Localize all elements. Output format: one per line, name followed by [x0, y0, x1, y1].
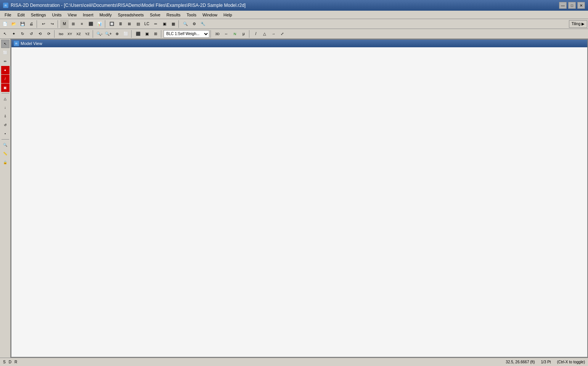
sep7: [131, 30, 133, 38]
menu-item-solve[interactable]: Solve: [147, 12, 164, 18]
node-tool[interactable]: ●: [1, 66, 10, 74]
copy-view-btn[interactable]: ⊞: [151, 30, 160, 38]
save-btn[interactable]: 💾: [18, 20, 27, 28]
tool9[interactable]: LC: [143, 20, 151, 28]
tool7[interactable]: ⊠: [125, 20, 133, 28]
model-btn[interactable]: M: [60, 20, 69, 28]
undo-btn[interactable]: ↩: [39, 20, 48, 28]
tool13[interactable]: 🔍: [181, 20, 190, 28]
pointer-tool[interactable]: ↖: [1, 40, 10, 48]
tiling-button[interactable]: Tiling ▶: [569, 20, 587, 28]
select-tool[interactable]: ⬜: [1, 48, 10, 57]
display-btn[interactable]: ▣: [143, 30, 151, 38]
maximize-button[interactable]: □: [568, 2, 576, 9]
zoom-tool[interactable]: 🔍: [1, 141, 10, 149]
annotate-tool[interactable]: 🔒: [1, 158, 10, 167]
zoom-box-btn[interactable]: ⬜: [122, 30, 130, 38]
app-icon: R: [3, 3, 8, 8]
tool2[interactable]: ≡: [78, 20, 86, 28]
status-s: S: [3, 360, 6, 364]
open-btn[interactable]: 📂: [10, 20, 18, 28]
sidebar-sep1: [2, 93, 9, 93]
dist-tool[interactable]: ⇩: [1, 112, 10, 120]
sep2: [58, 20, 59, 28]
menu-item-help[interactable]: Help: [220, 12, 235, 18]
status-d: D: [9, 360, 11, 364]
tool4[interactable]: 📊: [95, 20, 104, 28]
tool12[interactable]: ▦: [169, 20, 177, 28]
mu-btn[interactable]: μ: [239, 30, 248, 38]
member-tool[interactable]: /: [1, 75, 10, 83]
n-btn[interactable]: N: [231, 30, 239, 38]
draw-line-btn[interactable]: /: [252, 30, 260, 38]
sep8: [161, 30, 162, 38]
iso-btn[interactable]: Iso: [57, 30, 65, 38]
tool3[interactable]: ⬛: [87, 20, 95, 28]
window-controls: — □ ✕: [559, 2, 585, 9]
measure-tool[interactable]: 📏: [1, 149, 10, 158]
flip-btn[interactable]: ↔: [222, 30, 230, 38]
menu-item-file[interactable]: File: [2, 12, 14, 18]
menu-item-view[interactable]: View: [65, 12, 80, 18]
draw-poly-btn[interactable]: △: [260, 30, 269, 38]
fraction: 1/3 Pt: [541, 360, 551, 364]
menu-item-settings[interactable]: Settings: [28, 12, 49, 18]
sep1: [37, 20, 38, 28]
yz-btn[interactable]: YZ: [83, 30, 92, 38]
tool-d[interactable]: ⟲: [36, 30, 44, 38]
menu-item-results[interactable]: Results: [164, 12, 184, 18]
point-tool[interactable]: •: [1, 130, 10, 138]
select-btn[interactable]: ↖: [1, 30, 9, 38]
tool-b[interactable]: ↻: [18, 30, 27, 38]
tool1[interactable]: ⊞: [69, 20, 77, 28]
bc-tool[interactable]: △: [1, 95, 10, 103]
sep9: [210, 30, 212, 38]
tool6[interactable]: ≣: [116, 20, 125, 28]
menu-item-tools[interactable]: Tools: [183, 12, 199, 18]
sidebar-sep2: [2, 139, 9, 140]
xz-btn[interactable]: XZ: [74, 30, 83, 38]
render-btn[interactable]: ⬛: [134, 30, 142, 38]
tool-c[interactable]: ↺: [27, 30, 35, 38]
menu-item-edit[interactable]: Edit: [14, 12, 28, 18]
menu-item-spreadsheets[interactable]: Spreadsheets: [115, 12, 147, 18]
close-button[interactable]: ✕: [577, 2, 585, 9]
tool-e[interactable]: ⟳: [45, 30, 53, 38]
menu-item-modify[interactable]: Modify: [96, 12, 115, 18]
main-area: ↖ ⬜ ✏ ● / ▣ △ ↓ ⇩ ↺ • 🔍 📏 🔒 R Model View: [0, 39, 588, 358]
model-view-icon: R: [14, 41, 19, 46]
plate-tool[interactable]: ▣: [1, 83, 10, 92]
new-btn[interactable]: 📄: [1, 20, 9, 28]
menu-item-window[interactable]: Window: [199, 12, 220, 18]
move-btn[interactable]: ⤢: [278, 30, 286, 38]
minimize-button[interactable]: —: [559, 2, 567, 9]
draw-arrow-btn[interactable]: →: [269, 30, 278, 38]
sep6: [93, 30, 94, 38]
tool11[interactable]: ▣: [160, 20, 169, 28]
tool14[interactable]: ⚙: [190, 20, 198, 28]
load-case-dropdown[interactable]: BLC 1:Self Weigh...: [164, 30, 209, 38]
xy-btn[interactable]: XY: [66, 30, 74, 38]
titlebar: R RISA-2D Demonstration - [C:\Users\ceii…: [0, 0, 588, 11]
print-btn[interactable]: 🖨: [27, 20, 35, 28]
zoom-out-btn[interactable]: 🔍-: [95, 30, 104, 38]
3d-btn[interactable]: 3D: [213, 30, 222, 38]
zoom-in-btn[interactable]: 🔍+: [104, 30, 112, 38]
tool-a[interactable]: ✦: [10, 30, 18, 38]
redo-btn[interactable]: ↪: [48, 20, 56, 28]
menu-item-units[interactable]: Units: [49, 12, 64, 18]
coordinates: 32.5, 26.6667 (ft): [506, 360, 535, 364]
draw-tool[interactable]: ✏: [1, 57, 10, 66]
tool10[interactable]: ═: [151, 20, 160, 28]
tool15[interactable]: 🔧: [199, 20, 207, 28]
titlebar-title: RISA-2D Demonstration - [C:\Users\ceiii\…: [11, 3, 246, 8]
left-sidebar: ↖ ⬜ ✏ ● / ▣ △ ↓ ⇩ ↺ • 🔍 📏 🔒: [0, 39, 11, 358]
tool8[interactable]: ▤: [134, 20, 142, 28]
menu-item-insert[interactable]: Insert: [80, 12, 96, 18]
load-tool[interactable]: ↓: [1, 103, 10, 112]
statusbar-right: 32.5, 26.6667 (ft) 1/3 Pt (Ctrl-X to tog…: [506, 360, 585, 364]
zoom-fit-btn[interactable]: ⊕: [113, 30, 121, 38]
tool5[interactable]: 🔲: [108, 20, 116, 28]
statusbar: S D R 32.5, 26.6667 (ft) 1/3 Pt (Ctrl-X …: [0, 358, 588, 366]
moment-tool[interactable]: ↺: [1, 121, 10, 129]
